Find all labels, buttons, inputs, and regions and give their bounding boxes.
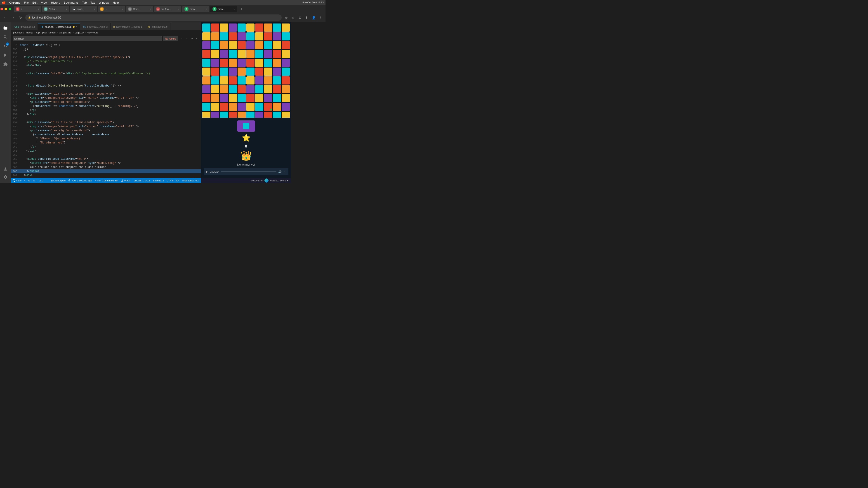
code-editor[interactable]: 8 const PlayRoute = () => { 236 ))) 237 … xyxy=(11,42,201,178)
grid-cell-2-7[interactable] xyxy=(264,41,272,49)
grid-cell-5-7[interactable] xyxy=(264,68,272,76)
grid-cell-3-3[interactable] xyxy=(229,50,237,58)
browser-tab-s[interactable]: S s × xyxy=(14,6,41,12)
grid-cell-7-6[interactable] xyxy=(255,85,264,93)
grid-cell-6-8[interactable] xyxy=(273,76,281,85)
grid-cell-10-2[interactable] xyxy=(220,111,228,118)
grid-cell-0-3[interactable] xyxy=(229,24,237,32)
menu-bookmarks[interactable]: Bookmarks xyxy=(64,1,79,4)
grid-cell-1-6[interactable] xyxy=(255,32,264,40)
grid-cell-8-4[interactable] xyxy=(238,94,246,102)
sync-button[interactable]: ↻ xyxy=(24,179,26,182)
menu-button[interactable]: ⋮ xyxy=(317,15,323,21)
grid-cell-0-4[interactable] xyxy=(238,24,246,32)
tab-page-tsx-target[interactable]: TS page.tsx ..../[targetCard] × xyxy=(38,23,80,30)
grid-cell-2-0[interactable] xyxy=(202,41,211,49)
minimize-window-button[interactable] xyxy=(4,8,7,10)
back-button[interactable]: ← xyxy=(2,15,8,21)
grid-cell-6-1[interactable] xyxy=(211,76,219,85)
grid-cell-8-1[interactable] xyxy=(211,94,219,102)
grid-cell-6-6[interactable] xyxy=(255,76,264,85)
grid-cell-9-3[interactable] xyxy=(229,103,237,111)
grid-cell-1-9[interactable] xyxy=(282,32,290,40)
grid-cell-7-0[interactable] xyxy=(202,85,211,93)
grid-cell-10-6[interactable] xyxy=(255,111,264,118)
sidebar-explorer[interactable] xyxy=(1,24,9,32)
sidebar-account[interactable] xyxy=(1,165,9,173)
search-close-button[interactable]: × xyxy=(194,36,199,41)
bc-pagetsx[interactable]: page.tsx xyxy=(74,31,84,34)
grid-cell-4-9[interactable] xyxy=(282,59,290,67)
grid-cell-3-1[interactable] xyxy=(211,50,219,58)
grid-cell-2-1[interactable] xyxy=(211,41,219,49)
cursor-position[interactable]: Ln 266, Col 13 xyxy=(134,179,150,182)
grid-cell-5-1[interactable] xyxy=(211,68,219,76)
search-input[interactable] xyxy=(13,36,162,41)
grid-cell-7-9[interactable] xyxy=(282,85,290,93)
error-count[interactable]: ⊗ 4 ⚠ 4 xyxy=(28,179,37,182)
sidebar-run[interactable] xyxy=(1,51,9,59)
grid-cell-10-3[interactable] xyxy=(229,111,237,118)
sidebar-search[interactable] xyxy=(1,33,9,41)
grid-cell-9-9[interactable] xyxy=(282,103,290,111)
grid-cell-9-2[interactable] xyxy=(220,103,228,111)
launchpad[interactable]: ⊞ Launchpad xyxy=(51,179,66,182)
grid-cell-1-3[interactable] xyxy=(229,32,237,40)
grid-cell-7-5[interactable] xyxy=(246,85,254,93)
bc-playroute[interactable]: PlayRoute xyxy=(87,31,98,34)
menu-view[interactable]: View xyxy=(41,1,47,4)
grid-cell-8-3[interactable] xyxy=(229,94,237,102)
grid-cell-0-5[interactable] xyxy=(246,24,254,32)
grid-cell-3-6[interactable] xyxy=(255,50,264,58)
grid-cell-3-8[interactable] xyxy=(273,50,281,58)
git-status-time[interactable]: ⏱ You, 1 second ago xyxy=(68,179,92,182)
grid-cell-4-4[interactable] xyxy=(238,59,246,67)
browser-tab-scaff[interactable]: scaff... × xyxy=(70,6,97,12)
address-bar[interactable]: 🔒 localhost:3000/play/66/2 xyxy=(25,14,282,21)
browser-tab-com[interactable]: C Com... × xyxy=(126,6,153,12)
audio-progress-bar[interactable] xyxy=(221,171,276,172)
grid-cell-8-6[interactable] xyxy=(255,94,264,102)
grid-cell-2-8[interactable] xyxy=(273,41,281,49)
tab-close-nm[interactable]: × xyxy=(178,8,179,10)
grid-cell-8-8[interactable] xyxy=(273,94,281,102)
commit-status[interactable]: ✎ Not Committed Yet xyxy=(95,179,118,182)
encoding-setting[interactable]: UTF-8 xyxy=(166,179,174,182)
grid-cell-1-7[interactable] xyxy=(264,32,272,40)
bc-seed[interactable]: [seed] xyxy=(50,31,56,34)
grid-cell-0-2[interactable] xyxy=(220,24,228,32)
grid-cell-5-8[interactable] xyxy=(273,68,281,76)
spaces-setting[interactable]: Spaces: 2 xyxy=(153,179,164,182)
forward-button[interactable]: → xyxy=(10,15,16,21)
grid-cell-7-7[interactable] xyxy=(264,85,272,93)
browser-tab-crow2[interactable]: C crow... × xyxy=(210,6,237,12)
grid-cell-9-6[interactable] xyxy=(255,103,264,111)
grid-cell-3-5[interactable] xyxy=(246,50,254,58)
grid-cell-0-9[interactable] xyxy=(282,24,290,32)
sidebar-extensions[interactable] xyxy=(1,60,9,68)
grid-cell-4-0[interactable] xyxy=(202,59,211,67)
bookmark-button[interactable]: ☆ xyxy=(290,15,296,21)
apple-icon[interactable]: 🍎 xyxy=(2,1,6,4)
grid-cell-7-8[interactable] xyxy=(273,85,281,93)
grid-cell-4-6[interactable] xyxy=(255,59,264,67)
maximize-window-button[interactable] xyxy=(8,8,11,10)
git-warning[interactable]: ⚠ 0 xyxy=(39,179,43,182)
grid-cell-4-5[interactable] xyxy=(246,59,254,67)
grid-cell-2-3[interactable] xyxy=(229,41,237,49)
grid-cell-3-4[interactable] xyxy=(238,50,246,58)
tab-close-crow2[interactable]: × xyxy=(234,8,235,10)
git-branch[interactable]: main* xyxy=(13,179,22,182)
grid-cell-0-6[interactable] xyxy=(255,24,264,32)
grid-cell-6-3[interactable] xyxy=(229,76,237,85)
grid-cell-2-9[interactable] xyxy=(282,41,290,49)
menu-profiles[interactable]: Tab xyxy=(82,1,87,4)
grid-cell-3-0[interactable] xyxy=(202,50,211,58)
sidebar-source-control[interactable]: 16 xyxy=(1,42,9,50)
grid-cell-1-2[interactable] xyxy=(220,32,228,40)
grid-cell-9-5[interactable] xyxy=(246,103,254,111)
grid-cell-3-2[interactable] xyxy=(220,50,228,58)
tab-tsconfig[interactable]: {} tsconfig.json .../nextjs 2 xyxy=(111,23,145,30)
browser-tab-e[interactable]: E ... × xyxy=(98,6,125,12)
grid-cell-9-4[interactable] xyxy=(238,103,246,111)
